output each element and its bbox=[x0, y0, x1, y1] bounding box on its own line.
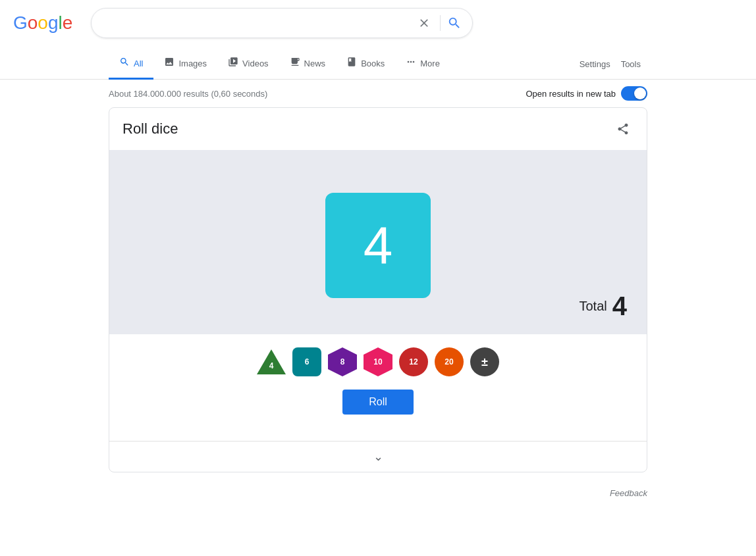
card-header: Roll dice bbox=[109, 108, 647, 150]
dice-selector: 4 6 8 10 12 20 ± bbox=[109, 334, 647, 390]
search-submit-button[interactable] bbox=[447, 16, 462, 30]
tab-more[interactable]: More bbox=[395, 49, 450, 80]
books-icon bbox=[346, 57, 357, 70]
d6-label: 6 bbox=[305, 357, 310, 366]
search-divider bbox=[440, 15, 441, 31]
feedback-label: Feedback bbox=[610, 488, 647, 498]
header: Google roll dice bbox=[0, 0, 756, 46]
dice-d4-button[interactable]: 4 bbox=[257, 347, 286, 376]
more-icon bbox=[406, 57, 416, 70]
open-new-tab: Open results in new tab bbox=[526, 86, 647, 101]
tab-books-label: Books bbox=[361, 59, 385, 68]
search-bar: roll dice bbox=[91, 8, 473, 38]
tab-images-label: Images bbox=[178, 59, 207, 68]
search-input[interactable]: roll dice bbox=[102, 17, 415, 29]
search-icon bbox=[119, 57, 130, 70]
tab-videos-label: Videos bbox=[242, 59, 269, 68]
d12-label: 12 bbox=[409, 357, 418, 366]
tab-news[interactable]: News bbox=[279, 49, 337, 80]
tab-images[interactable]: Images bbox=[153, 49, 217, 80]
dice-d20-button[interactable]: 20 bbox=[435, 347, 464, 376]
share-button[interactable] bbox=[612, 118, 634, 139]
total-value: 4 bbox=[612, 291, 627, 321]
nav-settings: Settings Tools bbox=[573, 59, 647, 69]
news-icon bbox=[290, 57, 300, 70]
tools-link[interactable]: Tools bbox=[621, 59, 641, 69]
dice-area: 4 Total 4 bbox=[109, 150, 647, 334]
tab-books[interactable]: Books bbox=[336, 49, 395, 80]
roll-button[interactable]: Roll bbox=[342, 390, 414, 415]
dice-result: 4 bbox=[364, 215, 393, 276]
tab-videos[interactable]: Videos bbox=[217, 49, 279, 80]
total-display: Total 4 bbox=[580, 291, 628, 321]
dice-d8-button[interactable]: 8 bbox=[328, 347, 357, 376]
chevron-down-icon: ⌄ bbox=[373, 449, 383, 464]
tab-more-label: More bbox=[420, 59, 440, 68]
open-new-tab-label: Open results in new tab bbox=[526, 89, 616, 99]
nav-tabs: All Images Videos News Books More Settin… bbox=[0, 49, 756, 80]
tab-news-label: News bbox=[304, 59, 326, 68]
google-logo[interactable]: Google bbox=[13, 13, 72, 34]
tab-all[interactable]: All bbox=[109, 49, 153, 80]
d10-label: 10 bbox=[373, 357, 382, 366]
dice-d12-button[interactable]: 12 bbox=[399, 347, 428, 376]
videos-icon bbox=[228, 57, 238, 70]
results-count: About 184.000.000 results (0,60 seconds) bbox=[109, 89, 267, 99]
dice-face[interactable]: 4 bbox=[325, 193, 431, 298]
open-new-tab-toggle[interactable] bbox=[621, 86, 647, 101]
d20-label: 20 bbox=[445, 357, 453, 366]
d8-label: 8 bbox=[340, 357, 345, 366]
images-icon bbox=[164, 57, 175, 70]
dice-custom-button[interactable]: ± bbox=[470, 347, 499, 376]
total-label: Total bbox=[580, 299, 607, 314]
custom-label: ± bbox=[481, 355, 488, 369]
dice-d6-button[interactable]: 6 bbox=[292, 347, 321, 376]
roll-dice-card: Roll dice 4 Total 4 4 6 8 10 bbox=[109, 107, 647, 472]
results-info: About 184.000.000 results (0,60 seconds)… bbox=[0, 80, 756, 107]
d4-label: 4 bbox=[269, 361, 274, 370]
feedback: Feedback bbox=[0, 486, 756, 511]
expand-section[interactable]: ⌄ bbox=[109, 441, 647, 472]
clear-search-button[interactable] bbox=[415, 14, 433, 32]
settings-link[interactable]: Settings bbox=[580, 59, 610, 69]
card-title: Roll dice bbox=[122, 120, 178, 138]
dice-d10-button[interactable]: 10 bbox=[364, 347, 392, 376]
toggle-slider bbox=[621, 86, 647, 101]
tab-all-label: All bbox=[134, 59, 143, 68]
